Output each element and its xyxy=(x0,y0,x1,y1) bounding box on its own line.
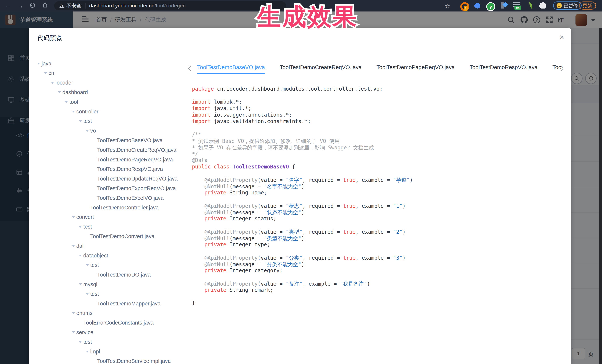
list-on-badge-icon[interactable]: on xyxy=(513,2,520,3)
tree-node-folder[interactable]: controller xyxy=(37,107,98,116)
tree-node-file[interactable]: ToolTestDemoPageReqVO.java xyxy=(37,155,173,164)
annotation-text: 生成效果 xyxy=(257,3,358,31)
caret-down-icon xyxy=(72,216,75,218)
tree-node-folder[interactable]: enums xyxy=(37,308,93,318)
tree-node-file[interactable]: ToolTestDemoExcelVO.java xyxy=(37,193,164,203)
code-token: private xyxy=(204,190,226,196)
bookmark-star-icon[interactable]: ☆ xyxy=(444,2,450,10)
back-arrow-icon[interactable]: ← xyxy=(4,2,12,10)
tree-node-folder[interactable]: tool xyxy=(37,97,78,107)
tree-node-folder[interactable]: iocoder xyxy=(37,78,73,88)
warning-icon xyxy=(59,4,64,8)
code-token: class xyxy=(214,164,229,170)
tree-node-file[interactable]: ToolTestDemoServiceImpl.java xyxy=(37,356,171,364)
tab-file-3[interactable]: ToolTestDemoRespVO.java xyxy=(470,63,538,73)
code-token: @ApiModelProperty xyxy=(204,255,258,261)
tree-node-file[interactable]: ToolErrorCodeConstants.java xyxy=(37,318,154,328)
tab-file-0[interactable]: ToolTestDemoBaseVO.java xyxy=(197,63,265,74)
address-bar[interactable]: 不安全 dashboard.yudao.iocoder.cn/tool/code… xyxy=(54,1,286,10)
code-token: ) xyxy=(301,261,304,267)
code-token: package xyxy=(192,86,214,92)
caret-down-icon xyxy=(51,82,54,84)
orange-ring-badge-1-icon[interactable]: 1 xyxy=(460,2,469,11)
code-token xyxy=(192,229,204,235)
code-token: "2" xyxy=(393,229,402,235)
tree-node-file[interactable]: ToolTestDemoMapper.java xyxy=(37,299,161,308)
update-button[interactable]: 更新 xyxy=(579,1,596,10)
tree-node-label: service xyxy=(76,329,94,335)
caret-down-icon xyxy=(86,264,89,266)
tree-node-folder[interactable]: dashboard xyxy=(37,87,88,97)
code-token: (value = xyxy=(258,255,286,261)
blue-drop-icon[interactable] xyxy=(475,2,480,9)
code-token: { xyxy=(289,164,295,170)
tree-node-label: ToolTestDemoRespVO.java xyxy=(97,166,163,172)
tree-node-folder[interactable]: convert xyxy=(37,212,94,222)
code-token: , required = xyxy=(302,255,343,261)
tab-file-1[interactable]: ToolTestDemoCreateReqVO.java xyxy=(280,63,362,73)
code-token: private xyxy=(204,241,226,248)
tree-node-file[interactable]: ToolTestDemoBaseVO.java xyxy=(37,135,163,145)
reload-icon[interactable] xyxy=(29,2,36,10)
code-token: ToolTestDemoBaseVO xyxy=(233,164,289,170)
tree-node-folder[interactable]: java xyxy=(37,59,51,68)
tree-node-file[interactable]: ToolTestDemoConvert.java xyxy=(37,231,154,241)
code-token: Integer status; xyxy=(226,216,276,222)
caret-down-icon xyxy=(65,101,68,103)
forward-arrow-icon[interactable]: → xyxy=(16,2,24,10)
tab-file-2[interactable]: ToolTestDemoPageReqVO.java xyxy=(376,63,455,73)
tree-node-file[interactable]: ToolTestDemoCreateReqVO.java xyxy=(37,145,176,155)
tree-node-label: dataobject xyxy=(83,253,108,259)
tree-node-folder[interactable]: impl xyxy=(37,347,100,356)
security-warning[interactable]: 不安全 xyxy=(66,2,81,9)
tree-node-folder[interactable]: test xyxy=(37,260,99,270)
tree-node-label: vo xyxy=(90,128,96,134)
code-line xyxy=(192,222,563,229)
code-token xyxy=(192,255,204,261)
tree-node-label: controller xyxy=(76,109,98,115)
code-line: @NotNull(message = "名字不能为空") xyxy=(192,183,563,190)
home-icon[interactable] xyxy=(41,2,49,10)
tree-node-file[interactable]: ToolTestDemoUpdateReqVO.java xyxy=(37,174,178,184)
code-token: "芋道" xyxy=(393,177,410,183)
green-sprout-icon[interactable] xyxy=(528,2,532,8)
tree-node-folder[interactable]: mysql xyxy=(37,280,97,289)
code-token: "类型" xyxy=(286,229,302,235)
tree-node-folder[interactable]: test xyxy=(37,116,92,126)
url-host[interactable]: dashboard.yudao.iocoder.cn xyxy=(89,3,154,9)
code-line: @ApiModelProperty(value = "类型", required… xyxy=(192,229,563,235)
code-token: */ xyxy=(192,151,198,157)
code-token xyxy=(192,184,204,190)
tree-node-file[interactable]: ToolTestDemoController.java xyxy=(37,203,159,212)
tree-node-folder[interactable]: cn xyxy=(37,68,54,78)
code-token: "类型不能为空" xyxy=(264,235,301,241)
code-token: @NotNull xyxy=(204,261,229,267)
tree-node-folder[interactable]: test xyxy=(37,289,99,299)
browser-menu-icon[interactable] xyxy=(595,3,596,4)
code-token: ) xyxy=(367,281,370,287)
code-token: (value = xyxy=(258,203,286,209)
tree-node-label: convert xyxy=(76,214,94,220)
tree-node-folder[interactable]: vo xyxy=(37,126,96,136)
tree-node-folder[interactable]: service xyxy=(37,327,93,337)
tree-node-label: tool xyxy=(69,99,78,105)
tree-node-folder[interactable]: test xyxy=(37,337,92,347)
tree-node-folder[interactable]: dataobject xyxy=(37,251,108,260)
code-line xyxy=(192,196,563,203)
tabs-scroll-left-icon[interactable] xyxy=(188,66,193,71)
url-path[interactable]: /tool/codegen xyxy=(154,3,186,9)
code-line: private String remark; xyxy=(192,287,563,293)
puzzle-icon[interactable] xyxy=(540,2,546,9)
code-token: ) xyxy=(301,184,304,190)
green-y-circle-icon[interactable]: y xyxy=(486,2,495,11)
tree-node-folder[interactable]: test xyxy=(37,222,92,232)
tree-node-folder[interactable]: dal xyxy=(37,241,84,251)
blue-diamond-icon[interactable] xyxy=(501,2,504,9)
file-tabs: ToolTestDemoBaseVO.javaToolTestDemoCreat… xyxy=(188,63,563,74)
caret-down-icon xyxy=(86,293,89,295)
close-icon[interactable]: × xyxy=(557,33,566,42)
tree-node-file[interactable]: ToolTestDemoRespVO.java xyxy=(37,164,163,174)
tree-node-file[interactable]: ToolTestDemoExportReqVO.java xyxy=(37,184,176,193)
tree-node-file[interactable]: ToolTestDemoDO.java xyxy=(37,270,151,280)
profile-paused-chip[interactable]: 已暂停 xyxy=(553,1,582,10)
